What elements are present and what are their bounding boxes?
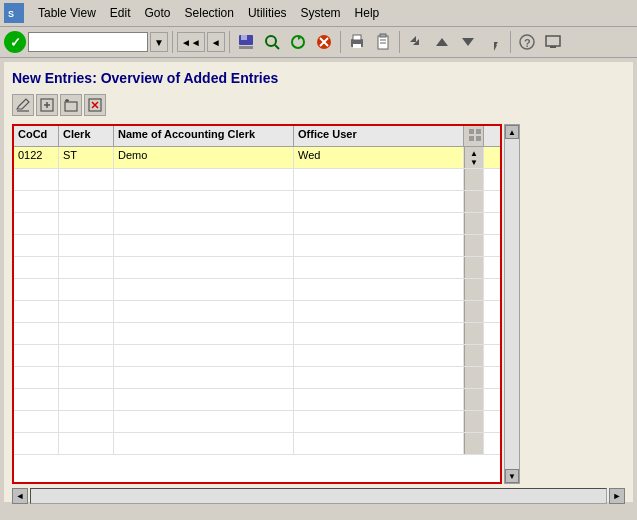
table-row[interactable]: [14, 301, 500, 323]
cell-name: [114, 433, 294, 454]
cell-cocd: [14, 213, 59, 234]
svg-rect-39: [550, 46, 556, 48]
table-row[interactable]: 0122STDemoWed ▲ ▼: [14, 147, 500, 169]
scroll-left-btn[interactable]: ◄: [12, 488, 28, 504]
find-icon-btn[interactable]: [260, 30, 284, 54]
svg-rect-50: [469, 129, 474, 134]
svg-rect-4: [241, 35, 247, 40]
menu-selection[interactable]: Selection: [179, 4, 240, 22]
scroll-down-btn[interactable]: ▼: [505, 469, 519, 483]
table-row[interactable]: [14, 433, 500, 455]
vertical-scrollbar[interactable]: ▲ ▼: [504, 124, 520, 484]
refresh-icon-btn[interactable]: [286, 30, 310, 54]
cell-office: [294, 411, 464, 432]
menu-edit[interactable]: Edit: [104, 4, 137, 22]
table-row[interactable]: [14, 235, 500, 257]
separator-4: [399, 31, 400, 53]
svg-text:?: ?: [524, 37, 531, 49]
separator-5: [510, 31, 511, 53]
delete-row-btn[interactable]: [84, 94, 106, 116]
append-row-btn[interactable]: [36, 94, 58, 116]
insert-row-btn[interactable]: [60, 94, 82, 116]
scroll-right-btn[interactable]: ►: [609, 488, 625, 504]
cell-cocd: [14, 389, 59, 410]
cell-cocd: [14, 169, 59, 190]
cell-name: [114, 389, 294, 410]
cell-office: [294, 169, 464, 190]
menu-utilities[interactable]: Utilities: [242, 4, 293, 22]
table-header: CoCd Clerk Name of Accounting Clerk Offi…: [14, 126, 500, 147]
print-icon-btn[interactable]: [345, 30, 369, 54]
prev-entry-icon-btn[interactable]: [430, 30, 454, 54]
table-row[interactable]: [14, 257, 500, 279]
svg-text:S: S: [8, 9, 14, 19]
svg-rect-17: [353, 35, 361, 40]
menu-goto[interactable]: Goto: [139, 4, 177, 22]
cell-office: [294, 433, 464, 454]
command-input[interactable]: [28, 32, 148, 52]
cell-scroll: [464, 279, 484, 300]
cell-office: [294, 279, 464, 300]
confirm-button[interactable]: ✓: [4, 31, 26, 53]
cell-clerk: [59, 257, 114, 278]
table-row[interactable]: [14, 323, 500, 345]
next-entry-icon-btn[interactable]: [456, 30, 480, 54]
cell-office: Wed: [294, 147, 464, 168]
first-entry-icon-btn[interactable]: [404, 30, 428, 54]
table-row[interactable]: [14, 345, 500, 367]
table-row[interactable]: [14, 411, 500, 433]
nav-back-back[interactable]: ◄◄: [177, 32, 205, 52]
last-entry-icon-btn[interactable]: [482, 30, 506, 54]
h-scroll-track[interactable]: [30, 488, 607, 504]
cell-scroll: [464, 301, 484, 322]
cell-name: [114, 279, 294, 300]
cell-cocd: 0122: [14, 147, 59, 168]
table-row[interactable]: [14, 389, 500, 411]
table-row[interactable]: [14, 213, 500, 235]
row-scroll-up[interactable]: ▲: [469, 149, 479, 158]
svg-rect-53: [476, 136, 481, 141]
cell-office: [294, 367, 464, 388]
help-icon-btn[interactable]: ?: [515, 30, 539, 54]
cell-name: [114, 345, 294, 366]
scroll-track[interactable]: [505, 139, 519, 469]
cell-name: [114, 191, 294, 212]
table-row[interactable]: [14, 279, 500, 301]
svg-rect-5: [239, 46, 253, 49]
command-field-wrap: ▼: [28, 32, 168, 52]
table-row[interactable]: [14, 191, 500, 213]
cell-clerk: [59, 345, 114, 366]
table-row[interactable]: [14, 169, 500, 191]
cell-cocd: [14, 257, 59, 278]
cell-office: [294, 191, 464, 212]
cell-scroll: [464, 367, 484, 388]
cell-scroll: [464, 433, 484, 454]
cell-clerk: [59, 279, 114, 300]
save-icon-btn[interactable]: [234, 30, 258, 54]
menu-help[interactable]: Help: [349, 4, 386, 22]
edit-pencil-btn[interactable]: [12, 94, 34, 116]
page-title: New Entries: Overview of Added Entries: [12, 70, 625, 86]
separator-3: [340, 31, 341, 53]
cell-cocd: [14, 433, 59, 454]
clipboard-icon-btn[interactable]: [371, 30, 395, 54]
cell-scroll: [464, 213, 484, 234]
monitor-icon-btn[interactable]: [541, 30, 565, 54]
table-row[interactable]: [14, 367, 500, 389]
row-scroll-down[interactable]: ▼: [469, 158, 479, 167]
cell-office: [294, 345, 464, 366]
cell-clerk: [59, 367, 114, 388]
cell-name: [114, 367, 294, 388]
col-header-cocd: CoCd: [14, 126, 59, 146]
separator-1: [172, 31, 173, 53]
nav-back[interactable]: ◄: [207, 32, 225, 52]
cell-scroll: [464, 257, 484, 278]
scroll-up-btn[interactable]: ▲: [505, 125, 519, 139]
dropdown-btn[interactable]: ▼: [150, 32, 168, 52]
menu-table-view[interactable]: Table View: [32, 4, 102, 22]
cell-name: [114, 235, 294, 256]
separator-2: [229, 31, 230, 53]
stop-icon-btn[interactable]: [312, 30, 336, 54]
menu-bar: S Table View Edit Goto Selection Utiliti…: [0, 0, 637, 27]
menu-system[interactable]: System: [295, 4, 347, 22]
